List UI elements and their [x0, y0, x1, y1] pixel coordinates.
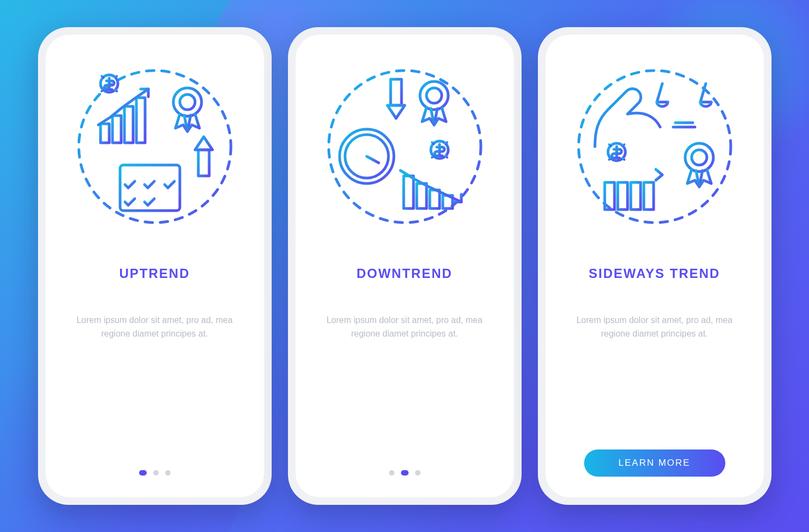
svg-line-45 [432, 156, 434, 157]
svg-line-14 [115, 76, 117, 78]
svg-rect-69 [618, 182, 628, 210]
scales-icon [657, 76, 711, 127]
screen-description: Lorem ipsum dolor sit amet, pro ad, mea … [323, 314, 486, 341]
illustration-uptrend [65, 60, 244, 233]
svg-line-12 [115, 90, 117, 91]
bar-chart-up-icon [95, 89, 152, 143]
phone-mockup-uptrend: UPTREND Lorem ipsum dolor sit amet, pro … [38, 27, 272, 505]
award-badge-icon [173, 88, 202, 131]
phone-mockup-downtrend: DOWNTREND Lorem ipsum dolor sit amet, pr… [288, 27, 522, 505]
onboarding-screen: SIDEWAYS TREND Lorem ipsum dolor sit ame… [545, 35, 764, 497]
pagination-dot[interactable] [389, 470, 394, 476]
svg-rect-49 [404, 176, 413, 208]
learn-more-button[interactable]: LEARN MORE [584, 449, 725, 477]
svg-line-11 [102, 76, 103, 78]
pagination-dot[interactable] [153, 470, 159, 476]
svg-line-33 [367, 156, 379, 163]
arrow-up-icon [195, 137, 212, 176]
svg-rect-4 [124, 106, 133, 143]
svg-line-63 [623, 144, 624, 146]
svg-line-62 [609, 158, 611, 160]
pagination-dot[interactable] [401, 470, 409, 476]
svg-rect-51 [430, 190, 440, 208]
svg-point-28 [420, 81, 448, 110]
svg-point-64 [685, 143, 713, 172]
pagination-dots [389, 470, 421, 476]
dollar-gear-icon [606, 141, 628, 163]
svg-line-44 [446, 156, 447, 157]
dollar-gear-icon [98, 73, 120, 94]
illustration-sideways [565, 60, 744, 233]
screen-description: Lorem ipsum dolor sit amet, pro ad, mea … [573, 314, 736, 341]
hand-icon [595, 89, 660, 147]
award-badge-icon [420, 81, 448, 125]
svg-rect-5 [136, 98, 145, 143]
svg-rect-70 [631, 182, 641, 210]
screen-title: SIDEWAYS TREND [589, 266, 720, 281]
dollar-gear-icon [429, 139, 450, 161]
onboarding-screen: UPTREND Lorem ipsum dolor sit amet, pro … [46, 35, 264, 497]
svg-rect-26 [391, 79, 402, 105]
screen-description: Lorem ipsum dolor sit amet, pro ad, mea … [73, 314, 236, 341]
svg-point-65 [692, 150, 707, 165]
screen-title: DOWNTREND [356, 266, 453, 281]
svg-rect-3 [112, 116, 121, 143]
onboarding-screen: DOWNTREND Lorem ipsum dolor sit amet, pr… [296, 35, 514, 497]
svg-line-60 [609, 144, 611, 146]
bar-chart-flat-icon [599, 169, 663, 210]
svg-point-16 [180, 94, 195, 110]
svg-rect-71 [644, 182, 654, 210]
phone-mockup-sideways: SIDEWAYS TREND Lorem ipsum dolor sit ame… [538, 27, 772, 505]
pagination-dot[interactable] [139, 470, 147, 476]
svg-point-15 [173, 88, 202, 116]
screen-title: UPTREND [119, 266, 190, 281]
clock-icon [340, 129, 394, 183]
pagination-dots [139, 470, 171, 476]
svg-line-46 [446, 142, 447, 144]
bar-chart-down-icon [398, 166, 463, 208]
illustration-downtrend [315, 60, 494, 233]
svg-line-61 [623, 158, 624, 160]
svg-line-13 [102, 90, 103, 91]
pagination-dot[interactable] [165, 470, 171, 476]
svg-rect-17 [198, 150, 209, 176]
pagination-dot[interactable] [415, 470, 421, 476]
arrow-down-icon [387, 79, 405, 118]
svg-line-43 [432, 142, 434, 144]
calendar-check-icon [120, 160, 180, 211]
award-badge-icon [685, 143, 713, 187]
svg-point-29 [427, 88, 442, 103]
svg-marker-27 [387, 105, 405, 118]
svg-rect-50 [417, 183, 427, 208]
svg-marker-18 [195, 137, 212, 150]
svg-rect-2 [101, 124, 109, 143]
